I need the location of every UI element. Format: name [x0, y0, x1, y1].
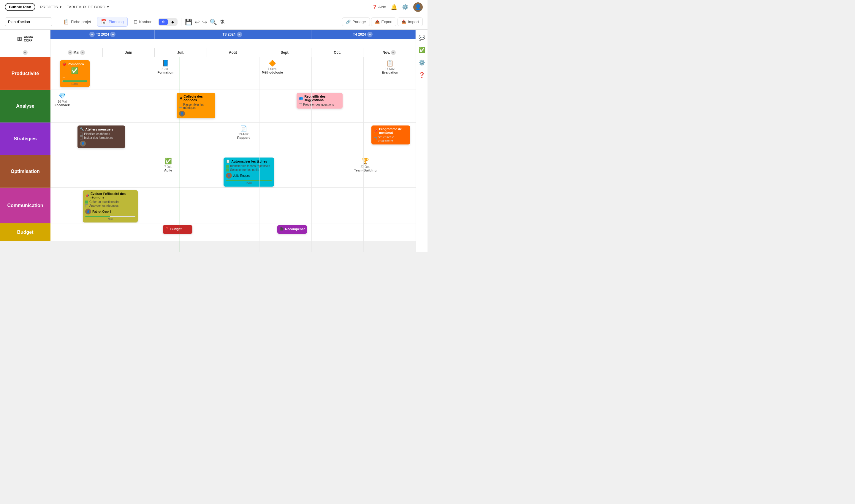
project-name-input[interactable] [5, 18, 52, 26]
automatiser-progress [226, 180, 272, 181]
task-cb-2[interactable] [299, 103, 302, 106]
aide-button[interactable]: ❓ Aide [372, 5, 386, 9]
row-productivite: 🍅 Pomodoro ✅ ☰ 100% [51, 57, 416, 90]
task-cb-8[interactable] [85, 200, 88, 203]
may-expand-btn[interactable]: + [23, 50, 28, 55]
task-cb-7[interactable] [226, 168, 229, 172]
bubble-mentorat[interactable]: 📌 Programme de mentorat Structurer le pr… [371, 125, 410, 144]
export-button[interactable]: 📤 Export [371, 18, 397, 26]
automatiser-avatar: 👤 [226, 173, 232, 179]
tasks-icon[interactable]: ✅ [419, 47, 425, 53]
planning-icon: 📅 [101, 19, 107, 24]
top-nav-right: ❓ Aide 🔔 ⚙️ 👤 [372, 2, 423, 12]
task-cb-6[interactable] [226, 165, 229, 168]
month-mai: + Mai − [51, 48, 103, 57]
t2-expand-btn[interactable]: + [89, 32, 95, 37]
logo-button[interactable]: Bubble Plan [5, 3, 35, 11]
milestone-teambuilding[interactable]: 🏆 27 Oct. Team-Building [354, 158, 377, 172]
t3-collapse-btn[interactable]: − [237, 32, 242, 37]
task-cb-5[interactable] [374, 137, 377, 140]
mai-collapse[interactable]: − [80, 50, 85, 55]
label-strategies[interactable]: Stratégies [0, 123, 51, 155]
quarter-t3: T3 2024 − [155, 30, 311, 39]
nov-collapse[interactable]: − [391, 50, 396, 55]
milestone-agile[interactable]: ✅ 7 Juil. Agile [164, 158, 172, 172]
bubble-pomodoro[interactable]: 🍅 Pomodoro ✅ ☰ 100% [60, 60, 90, 87]
bubble-budget[interactable]: ❓ Budget [163, 225, 192, 234]
export-icon: 📤 [375, 20, 380, 24]
month-aout: Août [207, 48, 259, 57]
top-navigation: Bubble Plan PROJETS ▼ TABLEAUX DE BORD ▼… [0, 0, 428, 14]
pomodoro-progress [62, 80, 87, 82]
bubble-collecte[interactable]: 🖥 Collecte des données Rassembler les mé… [177, 93, 215, 119]
chat-icon[interactable]: 💬 [419, 34, 425, 41]
evaluation-icon: 📋 [386, 60, 394, 67]
month-juin: Juin [103, 48, 155, 57]
label-budget[interactable]: Budget [0, 223, 51, 241]
tableaux-menu[interactable]: TABLEAUX DE BORD ▼ [67, 5, 109, 9]
t2-collapse-btn[interactable]: − [110, 32, 116, 37]
row-communication: 📣 Évaluer l'efficacité des réunions Crée… [51, 188, 416, 223]
label-communication[interactable]: Communication [0, 188, 51, 223]
right-sidebar: 💬 ✅ ⚙️ ❓ [416, 30, 428, 252]
label-analyse[interactable]: Analyse [0, 90, 51, 123]
planning-button[interactable]: 📅 Planning [97, 17, 128, 27]
import-icon: 📥 [401, 20, 406, 24]
user-avatar[interactable]: 👤 [413, 2, 423, 12]
sidebar-settings-icon[interactable]: ⚙️ [419, 59, 425, 66]
evaluer-avatar: 👤 [85, 209, 91, 215]
rapport-icon: 📄 [240, 125, 247, 132]
collecte-dot [211, 97, 213, 100]
projets-menu[interactable]: PROJETS ▼ [40, 5, 62, 9]
bubble-evaluer[interactable]: 📣 Évaluer l'efficacité des réunions Crée… [83, 190, 138, 222]
milestone-formation[interactable]: 📘 2 Juil. Formation [157, 60, 173, 74]
task-cb-4[interactable] [80, 137, 83, 140]
task-cb-9[interactable] [85, 204, 88, 208]
main-area: ⊞ AMMA CORP + T2 2024 − [0, 30, 428, 252]
automatiser-icon: 📋 [226, 159, 230, 163]
month-nov: Nov. − [363, 48, 416, 57]
mai-expand[interactable]: + [68, 50, 72, 55]
milestone-rapport[interactable]: 📄 29 Août Rapport [237, 125, 250, 140]
settings-icon[interactable]: ⚙️ [402, 4, 408, 11]
t4-collapse-btn[interactable]: − [367, 32, 372, 37]
help-icon[interactable]: ❓ [419, 72, 425, 78]
milestone-evaluation[interactable]: 📋 17 Nov. Évaluation [382, 60, 398, 74]
connection-arrow [51, 97, 416, 106]
undo-icon[interactable]: ↩ [195, 18, 200, 25]
row-labels: Productivité Analyse Stratégies Optimisa… [0, 57, 51, 252]
pomodoro-icon: 🍅 [62, 62, 67, 66]
redo-icon[interactable]: ↪ [202, 18, 207, 25]
divider-1 [56, 18, 56, 26]
divider-2 [181, 18, 181, 26]
fiche-projet-button[interactable]: 📋 Fiche projet [60, 17, 95, 26]
task-cb-3[interactable] [80, 132, 83, 136]
view-btn-diamond[interactable]: ◆ [168, 19, 177, 25]
bubble-ateliers[interactable]: 🔧 Ateliers mensuels Planifier les thèmes… [77, 125, 125, 148]
feedback-icon: 💎 [58, 92, 66, 100]
teambuilding-icon: 🏆 [362, 158, 369, 165]
month-juil: Juil. [155, 48, 207, 57]
label-productivite[interactable]: Productivité [0, 57, 51, 90]
notifications-icon[interactable]: 🔔 [391, 4, 397, 11]
label-optimisation[interactable]: Optimisation [0, 155, 51, 188]
view-btn-timeline[interactable]: ⟰ [159, 19, 168, 25]
row-strategies: 🔧 Ateliers mensuels Planifier les thèmes… [51, 123, 416, 155]
milestone-feedback[interactable]: 💎 16 Mai Feedback [55, 92, 70, 107]
filter-icon[interactable]: ⚗ [220, 18, 225, 25]
timeline-header: ⊞ AMMA CORP + T2 2024 − [0, 30, 416, 57]
ateliers-avatar: 👤 [80, 141, 86, 146]
bubble-automatiser[interactable]: 📋 Automatiser les tâches Identifier les … [224, 158, 274, 186]
kanban-button[interactable]: ⊟ Kanban [130, 17, 156, 26]
quarter-t4: T4 2024 − [311, 30, 416, 39]
milestone-methodologie[interactable]: 🔶 7 Sept. Méthodologie [262, 60, 283, 74]
mentorat-icon: 📌 [374, 129, 378, 133]
save-icon[interactable]: 💾 [185, 18, 192, 25]
bubble-recueillir[interactable]: 👥 Recueillir des suggestions Préparer de… [297, 93, 343, 109]
bubble-recompense[interactable]: 🎥 Récompense [277, 225, 307, 234]
search-icon[interactable]: 🔍 [210, 18, 217, 25]
partage-button[interactable]: 🔗 Partage [342, 18, 370, 26]
import-button[interactable]: 📥 Import [398, 18, 423, 26]
pomodoro-list-icon: ☰ [62, 75, 65, 79]
month-sept: Sept. [259, 48, 311, 57]
